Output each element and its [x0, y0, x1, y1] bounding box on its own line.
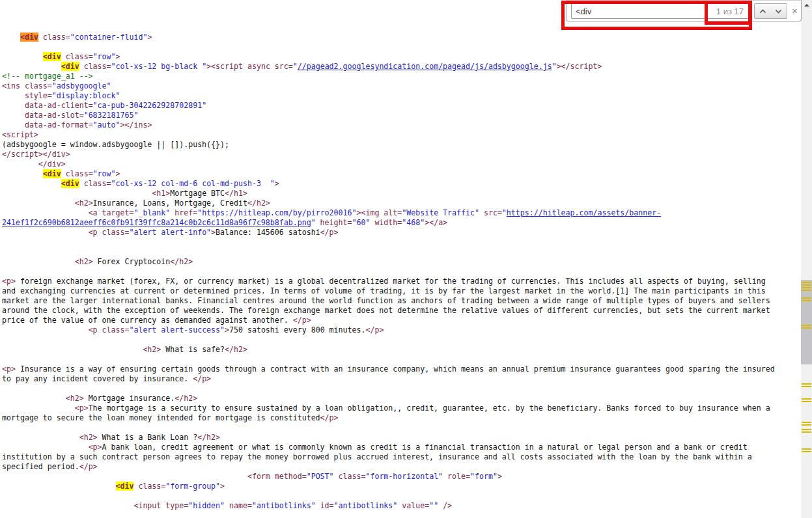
source-segment: <h2>	[75, 198, 93, 208]
source-segment: class=	[133, 482, 165, 491]
source-segment: "https://hitleap.com/by/pirro20016"	[197, 208, 356, 217]
source-segment: />	[438, 501, 452, 510]
source-segment: "_blank"	[133, 208, 170, 217]
source-segment	[2, 120, 25, 130]
source-link[interactable]: 241ef1f2c690b6812aeeff6c0fb91f39ffc8a214…	[2, 218, 311, 227]
source-segment	[2, 159, 38, 169]
source-segment: "	[502, 208, 507, 217]
source-line: (adsbygoogle = window.adsbygoogle || [])…	[2, 140, 799, 150]
find-input[interactable]	[572, 7, 716, 16]
source-segment: "60"	[352, 218, 370, 227]
source-segment: data-ad-slot=	[25, 111, 84, 120]
source-segment: foreign exchange market (forex, FX, or c…	[16, 277, 766, 286]
source-segment	[2, 257, 75, 266]
source-line: <p>A bank loan, credit agreement or what…	[2, 443, 799, 452]
source-segment: </p>	[320, 228, 339, 237]
source-segment: "auto"	[93, 120, 120, 130]
source-line: <h2> Forex Cryptocoin</h2>	[2, 257, 799, 267]
source-segment: <h2>	[66, 394, 84, 403]
close-icon: ×	[792, 5, 798, 16]
source-segment: to pay any incident covered by insurance…	[2, 374, 193, 383]
source-segment: market are the larger international bank…	[2, 296, 770, 305]
find-next-button[interactable]	[770, 3, 787, 19]
source-line: 241ef1f2c690b6812aeeff6c0fb91f39ffc8a214…	[2, 218, 799, 228]
scroll-up-button[interactable]	[801, 0, 812, 10]
source-line	[2, 384, 799, 394]
source-segment: <p>	[2, 364, 16, 374]
source-segment: ><script async src=	[206, 62, 293, 71]
source-segment: "POST"	[307, 472, 334, 481]
source-line: <div class="container-fluid">	[2, 33, 799, 42]
scrollbar-thumb[interactable]	[801, 280, 812, 364]
source-segment: "row"	[93, 52, 116, 61]
source-line: <div class="row">	[2, 52, 799, 62]
source-line: <div class="col-xs-12 col-md-6 col-md-pu…	[2, 179, 799, 189]
source-segment	[2, 403, 75, 413]
source-segment: Insurance, Loans, Mortgage, Credit	[93, 198, 247, 208]
source-segment: The mortgage is a security to ensure sus…	[89, 403, 770, 413]
scrollbar-match-tick	[802, 448, 811, 452]
source-segment	[2, 394, 66, 403]
source-segment: <div	[20, 33, 38, 42]
source-line	[2, 355, 799, 364]
source-line	[2, 423, 799, 433]
source-line: around the clock, with the exception of …	[2, 306, 799, 316]
source-line: <a target="_blank" href="https://hitleap…	[2, 208, 799, 218]
chevron-up-icon	[759, 9, 766, 14]
source-segment: "468"	[402, 218, 425, 227]
source-segment: </p>	[320, 413, 339, 422]
source-line: <p> Insurance is a way of ensuring certa…	[2, 364, 799, 374]
source-segment: Forex Cryptocoin	[93, 257, 171, 266]
source-segment: <h2>	[143, 345, 161, 354]
source-line	[2, 247, 799, 257]
source-line: price of the value of one currency as de…	[2, 316, 799, 325]
source-line	[2, 42, 799, 52]
triangle-up-icon	[804, 4, 809, 7]
scrollbar-match-tick	[802, 422, 811, 426]
source-line: to pay any incident covered by insurance…	[2, 374, 799, 384]
source-segment: "form-group"	[165, 482, 220, 491]
source-segment: </h2>	[170, 257, 193, 266]
source-segment	[2, 198, 75, 208]
source-segment: mortgage to secure the loan money intend…	[2, 413, 320, 422]
source-code: <div class="container-fluid"> <div class…	[0, 0, 799, 518]
source-segment	[2, 433, 79, 442]
source-segment: ></a>	[425, 218, 447, 227]
source-line: data-ad-client="ca-pub-3042262928702891"	[2, 101, 799, 111]
source-segment	[2, 443, 89, 452]
source-line: <script>	[2, 130, 799, 140]
source-segment: class=	[334, 472, 366, 481]
source-segment: class=	[79, 179, 111, 188]
find-bar: 1 из 17 ×	[566, 0, 802, 21]
source-segment	[2, 208, 89, 217]
find-field[interactable]: 1 из 17	[571, 3, 749, 19]
source-segment: <form method=	[247, 472, 307, 481]
source-segment: 750 satoshi every 800 minutes.	[229, 325, 365, 334]
find-previous-button[interactable]	[754, 3, 771, 19]
source-segment	[2, 345, 143, 354]
vertical-scrollbar[interactable]	[801, 0, 812, 518]
source-segment: Balance: 145606 satoshi	[216, 228, 320, 237]
source-segment: >	[147, 33, 152, 42]
source-link[interactable]: //pagead2.googlesyndication.com/pagead/j…	[298, 62, 552, 71]
source-line	[2, 335, 799, 345]
source-segment: <a target=	[89, 208, 134, 217]
source-line: <ins class="adsbygoogle"	[2, 81, 799, 91]
scrollbar-match-tick	[802, 297, 811, 301]
source-segment: "col-xs-12 bg-black "	[111, 62, 207, 71]
source-segment: </h2>	[197, 433, 220, 442]
source-line: mortgage to secure the loan money intend…	[2, 413, 799, 423]
source-segment	[2, 228, 89, 237]
source-segment: "display:block"	[52, 91, 120, 100]
chevron-down-icon	[775, 9, 782, 14]
source-line: data-ad-slot="6832181765"	[2, 111, 799, 120]
source-segment: <input type=	[133, 501, 188, 510]
source-link[interactable]: https://hitleap.com/assets/banner-	[507, 208, 661, 217]
find-close-button[interactable]: ×	[789, 3, 800, 19]
source-line: style="display:block"	[2, 91, 799, 101]
scrollbar-match-tick	[802, 282, 811, 286]
source-segment: "hidden"	[188, 501, 225, 510]
source-segment: <p>	[89, 443, 102, 452]
source-segment: <h1>	[152, 189, 170, 198]
source-segment: href=	[170, 208, 197, 217]
